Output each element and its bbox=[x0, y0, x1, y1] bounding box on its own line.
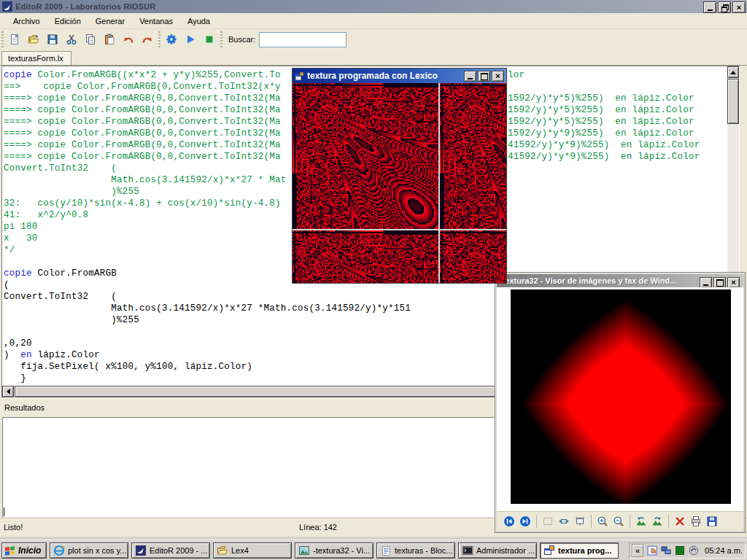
arrow-left-icon bbox=[7, 389, 10, 394]
taskbar-button-console[interactable]: Administrador ... bbox=[458, 542, 537, 559]
form-icon bbox=[295, 71, 304, 81]
print-button[interactable] bbox=[688, 513, 704, 529]
menu-ventanas[interactable]: Ventanas bbox=[132, 15, 180, 28]
display-icon bbox=[675, 545, 685, 556]
tab-texturasform[interactable]: texturasForm.lx bbox=[1, 51, 71, 65]
new-file-icon bbox=[9, 34, 20, 45]
undo-button[interactable] bbox=[119, 30, 138, 49]
rotate-left-button[interactable] bbox=[633, 513, 649, 529]
cut-button[interactable] bbox=[62, 30, 81, 49]
slideshow-button[interactable] bbox=[572, 513, 588, 529]
editor-icon bbox=[135, 545, 147, 556]
viewer-title: -textura32 - Visor de imágenes y fax de … bbox=[500, 276, 676, 285]
search-input[interactable] bbox=[259, 32, 347, 47]
close-button[interactable]: × bbox=[732, 1, 746, 13]
taskbar-button-form[interactable]: textura prog... bbox=[540, 542, 619, 559]
texture-minimize-button[interactable] bbox=[464, 71, 476, 82]
input-icon bbox=[647, 545, 657, 556]
restore-button[interactable] bbox=[718, 1, 731, 13]
zoom-out-button[interactable] bbox=[611, 513, 627, 529]
minimize-button[interactable] bbox=[703, 1, 716, 13]
save-button[interactable] bbox=[704, 513, 720, 529]
settings-gear-button[interactable] bbox=[162, 30, 181, 49]
save-file-button[interactable] bbox=[43, 30, 62, 49]
settings-gear-icon bbox=[166, 34, 177, 45]
tray-volume-icon[interactable] bbox=[688, 545, 700, 556]
toolbar-separator bbox=[630, 515, 630, 528]
toolbar-separator bbox=[591, 515, 592, 528]
slideshow-icon bbox=[574, 516, 586, 527]
copy-button[interactable] bbox=[81, 30, 100, 49]
texture-close-button[interactable]: × bbox=[492, 71, 504, 82]
start-button[interactable]: Inicio bbox=[1, 542, 47, 559]
image-icon bbox=[298, 545, 310, 556]
viewer-close-button[interactable]: × bbox=[727, 277, 740, 288]
notepad-icon bbox=[380, 545, 392, 556]
generated-texture-image bbox=[293, 83, 506, 283]
zoom-in-button[interactable] bbox=[595, 513, 611, 529]
taskbar-button-image[interactable]: -textura32 - Vi... bbox=[295, 542, 374, 559]
code-line: Convert.ToInt32 ( bbox=[4, 291, 411, 303]
taskbar-button-label: EditoR 2009 - ... bbox=[150, 546, 208, 555]
results-label: Resultados bbox=[4, 403, 44, 412]
tray-display-icon[interactable] bbox=[674, 545, 686, 556]
code-line: 1592/y)*y*5)%255) en lápiz.Color bbox=[508, 116, 700, 128]
viewer-maximize-button[interactable] bbox=[713, 277, 726, 288]
minimize-icon bbox=[703, 284, 708, 286]
menu-edición[interactable]: Edición bbox=[47, 15, 88, 28]
close-icon: × bbox=[731, 279, 735, 287]
prev-icon bbox=[503, 516, 515, 527]
tray-input-icon[interactable] bbox=[646, 545, 658, 556]
actual-size-icon bbox=[558, 516, 570, 527]
tray-expand-button[interactable]: « bbox=[632, 544, 643, 557]
vertical-scroll-thumb[interactable] bbox=[727, 79, 739, 124]
scroll-up-button[interactable] bbox=[727, 66, 739, 78]
texture-maximize-button[interactable] bbox=[478, 71, 490, 82]
paste-button[interactable] bbox=[100, 30, 119, 49]
code-line: 41592/y)*y*9)%255) en lápiz.Color bbox=[508, 139, 700, 151]
redo-icon bbox=[142, 34, 153, 45]
run-play-icon bbox=[185, 34, 196, 45]
menu-generar[interactable]: Generar bbox=[88, 15, 132, 28]
tray-network-icon[interactable] bbox=[660, 545, 672, 556]
actual-size-button[interactable] bbox=[556, 513, 572, 529]
open-file-button[interactable] bbox=[24, 30, 43, 49]
taskbar-button-folder[interactable]: Lex4 bbox=[213, 542, 292, 559]
image-viewer-window: -textura32 - Visor de imágenes y fax de … bbox=[495, 272, 746, 533]
best-fit-button[interactable] bbox=[540, 513, 556, 529]
text-caret bbox=[4, 508, 4, 516]
viewer-minimize-button[interactable] bbox=[700, 277, 712, 288]
texture-titlebar[interactable]: textura programada con Lexico × bbox=[293, 69, 506, 83]
tab-strip: texturasForm.lx bbox=[0, 50, 747, 66]
taskbar-button-editor[interactable]: EditoR 2009 - ... bbox=[131, 542, 210, 559]
app-icon bbox=[2, 1, 12, 12]
redo-button[interactable] bbox=[138, 30, 157, 49]
rotate-right-icon bbox=[651, 516, 663, 527]
next-button[interactable] bbox=[517, 513, 533, 529]
menu-archivo[interactable]: Archivo bbox=[6, 15, 47, 28]
viewer-titlebar[interactable]: -textura32 - Visor de imágenes y fax de … bbox=[497, 274, 743, 287]
chevron-icon: « bbox=[635, 546, 640, 555]
minimize-icon bbox=[708, 9, 713, 11]
arrow-up-icon bbox=[730, 71, 736, 74]
menu-ayuda[interactable]: Ayuda bbox=[180, 15, 217, 28]
rotate-right-button[interactable] bbox=[649, 513, 665, 529]
stop-square-button[interactable] bbox=[200, 30, 219, 49]
paste-icon bbox=[104, 34, 115, 45]
delete-button[interactable] bbox=[672, 513, 688, 529]
scroll-left-button[interactable] bbox=[2, 386, 14, 397]
run-play-button[interactable] bbox=[181, 30, 200, 49]
next-icon bbox=[519, 516, 531, 527]
volume-icon bbox=[689, 545, 699, 556]
taskbar-button-notepad[interactable]: texturas - Bloc... bbox=[376, 542, 455, 559]
status-line-number: Línea: 142 bbox=[299, 523, 337, 532]
toolbar-separator bbox=[668, 515, 669, 528]
restore-icon bbox=[721, 4, 728, 11]
new-file-button[interactable] bbox=[5, 30, 24, 49]
best-fit-icon bbox=[542, 516, 554, 527]
taskbar-button-ie[interactable]: plot sin x cos y... bbox=[50, 542, 128, 559]
prev-button[interactable] bbox=[501, 513, 517, 529]
taskbar-button-label: Administrador ... bbox=[476, 546, 535, 555]
copy-icon bbox=[85, 34, 96, 45]
system-tray: « 05:24 a.m. bbox=[629, 542, 746, 559]
